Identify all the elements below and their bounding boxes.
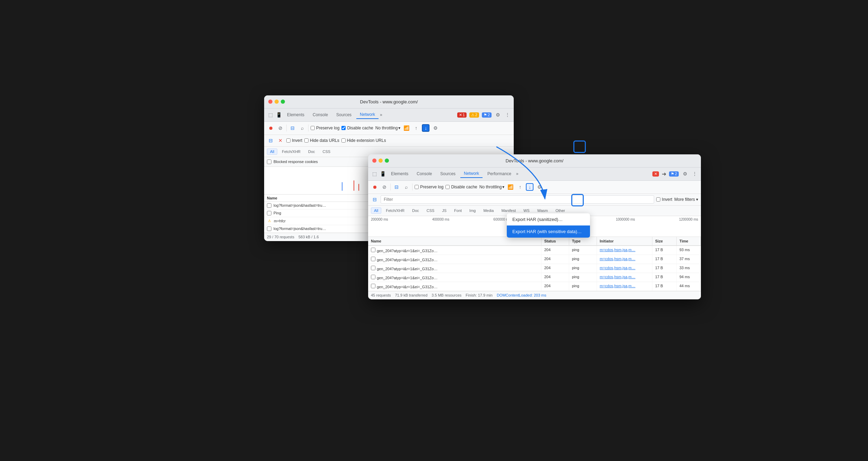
invert-checkbox-back[interactable] — [286, 138, 290, 143]
filter-input-front[interactable] — [381, 195, 654, 204]
disable-cache-checkbox-front[interactable] — [445, 185, 450, 189]
download-button-front[interactable]: ↓ — [526, 183, 533, 191]
search-button-front[interactable]: ⌕ — [402, 183, 410, 191]
item-2-checkbox[interactable] — [267, 211, 271, 215]
wifi-icon-back[interactable]: 📶 — [402, 124, 410, 132]
filter-font-front[interactable]: Font — [451, 207, 465, 214]
table-row[interactable]: gen_204?atyp=i&r=1&ei=_G31Zo… 204 ping m… — [368, 282, 701, 291]
minimize-button[interactable] — [275, 100, 279, 104]
invert-label-front[interactable]: Invert — [656, 197, 672, 202]
item-4-checkbox[interactable] — [267, 227, 271, 231]
tabs-more-back[interactable]: » — [380, 112, 382, 117]
search-button-back[interactable]: ⌕ — [298, 124, 306, 132]
export-sanitized-item[interactable]: Export HAR (sanitized)… — [507, 213, 590, 225]
disable-cache-label-back[interactable]: Disable cache — [341, 126, 373, 130]
filter-all-back[interactable]: All — [267, 148, 277, 155]
clear-filter-back[interactable]: ✕ — [277, 137, 284, 144]
table-row[interactable]: gen_204?atyp=i&r=1&ei=_G31Zo… 204 ping m… — [368, 264, 701, 273]
settings-icon-back[interactable]: ⚙ — [494, 111, 501, 118]
upload-icon-front[interactable]: ↑ — [516, 183, 524, 191]
wifi-icon-front[interactable]: 📶 — [506, 183, 514, 191]
tab-elements-back[interactable]: Elements — [284, 111, 308, 119]
filter-button-front[interactable]: ⊟ — [393, 183, 400, 191]
filter-css-front[interactable]: CSS — [424, 207, 438, 214]
clear-button-back[interactable]: ⊘ — [277, 124, 284, 132]
cell-initiator-1[interactable]: m=cdos,hsm,jsa,m… — [597, 246, 652, 255]
cell-initiator-4[interactable]: m=cdos,hsm,jsa,m… — [597, 273, 652, 282]
tab-elements-front[interactable]: Elements — [388, 170, 412, 178]
tab-console-back[interactable]: Console — [309, 111, 331, 119]
inspect-icon[interactable]: ⬚ — [267, 111, 274, 118]
row-checkbox-4[interactable] — [371, 275, 375, 279]
filter-xhr-front[interactable]: Fetch/XHR — [383, 207, 408, 214]
device-icon-front[interactable]: 📱 — [379, 170, 386, 177]
table-row[interactable]: gen_204?atyp=i&r=1&ei=_G31Zo… 204 ping m… — [368, 246, 701, 255]
clear-button-front[interactable]: ⊘ — [381, 183, 388, 191]
table-row[interactable]: gen_204?atyp=i&r=1&ei=_G31Zo… 204 ping m… — [368, 273, 701, 282]
disable-cache-checkbox-back[interactable] — [341, 126, 346, 130]
row-checkbox-3[interactable] — [371, 266, 375, 270]
preserve-log-checkbox-back[interactable] — [311, 126, 315, 130]
network-settings-back[interactable]: ⚙ — [432, 124, 439, 132]
minimize-button-front[interactable] — [379, 159, 383, 163]
tab-sources-back[interactable]: Sources — [333, 111, 355, 119]
filter-button-back[interactable]: ⊟ — [289, 124, 296, 132]
hide-data-urls-checkbox-back[interactable] — [304, 138, 309, 143]
device-icon[interactable]: 📱 — [275, 111, 282, 118]
close-button[interactable] — [268, 100, 272, 104]
preserve-log-label-back[interactable]: Preserve log — [311, 126, 339, 130]
filter-ws-front[interactable]: WS — [520, 207, 533, 214]
invert-label-back[interactable]: Invert — [286, 138, 302, 143]
tab-sources-front[interactable]: Sources — [437, 170, 459, 178]
filter-icon-back[interactable]: ⊟ — [267, 137, 275, 144]
filter-xhr-back[interactable]: Fetch/XHR — [279, 148, 304, 155]
cell-initiator-5[interactable]: m=cdos,hsm,jsa,m… — [597, 282, 652, 291]
export-sensitive-item[interactable]: Export HAR (with sensitive data)… — [507, 225, 590, 238]
maximize-button-front[interactable] — [385, 159, 389, 163]
network-settings-front[interactable]: ⚙ — [536, 183, 543, 191]
row-checkbox-1[interactable] — [371, 248, 375, 252]
more-icon-back[interactable]: ⋮ — [504, 111, 511, 118]
tab-network-front[interactable]: Network — [460, 170, 483, 178]
row-checkbox-2[interactable] — [371, 257, 375, 261]
preserve-log-label-front[interactable]: Preserve log — [415, 185, 443, 189]
filter-manifest-front[interactable]: Manifest — [498, 207, 519, 214]
download-button-back[interactable]: ↓ — [422, 124, 429, 132]
tab-console-front[interactable]: Console — [413, 170, 435, 178]
table-row[interactable]: gen_204?atyp=i&r=1&ei=_G31Zo… 204 ping m… — [368, 255, 701, 264]
tab-performance-front[interactable]: Performance — [484, 170, 515, 178]
filter-doc-back[interactable]: Doc — [305, 148, 318, 155]
inspect-icon-front[interactable]: ⬚ — [371, 170, 378, 177]
record-button-back[interactable]: ⏺ — [267, 124, 275, 132]
tabs-more-front[interactable]: » — [516, 171, 519, 176]
tab-network-back[interactable]: Network — [356, 111, 379, 119]
invert-checkbox-front[interactable] — [656, 197, 660, 202]
close-button-front[interactable] — [372, 159, 376, 163]
filter-all-front[interactable]: All — [371, 207, 381, 214]
hide-extension-urls-checkbox-back[interactable] — [341, 138, 346, 143]
filter-other-front[interactable]: Other — [552, 207, 568, 214]
more-filters-button[interactable]: More filters ▾ — [674, 197, 698, 202]
filter-css-back[interactable]: CSS — [320, 148, 334, 155]
filter-js-front[interactable]: JS — [439, 207, 450, 214]
disable-cache-label-front[interactable]: Disable cache — [445, 185, 477, 189]
row-checkbox-5[interactable] — [371, 284, 375, 288]
throttle-select-front[interactable]: No throttling ▾ — [479, 185, 505, 189]
item-1-checkbox[interactable] — [267, 203, 271, 208]
record-button-front[interactable]: ⏺ — [371, 183, 379, 191]
cell-initiator-3[interactable]: m=cdos,hsm,jsa,m… — [597, 264, 652, 273]
hide-extension-urls-label-back[interactable]: Hide extension URLs — [341, 138, 386, 143]
throttle-select-back[interactable]: No throttling ▾ — [375, 126, 401, 130]
upload-icon-back[interactable]: ↑ — [412, 124, 420, 132]
preserve-log-checkbox-front[interactable] — [415, 185, 419, 189]
settings-icon-front[interactable]: ⚙ — [682, 170, 688, 177]
maximize-button[interactable] — [281, 100, 285, 104]
blocked-checkbox-back[interactable] — [267, 160, 271, 164]
cell-initiator-2[interactable]: m=cdos,hsm,jsa,m… — [597, 255, 652, 264]
filter-wasm-front[interactable]: Wasm — [534, 207, 551, 214]
more-icon-front[interactable]: ⋮ — [691, 170, 698, 177]
filter-img-front[interactable]: Img — [466, 207, 479, 214]
filter-doc-front[interactable]: Doc — [409, 207, 422, 214]
hide-data-urls-label-back[interactable]: Hide data URLs — [304, 138, 339, 143]
filter-media-front[interactable]: Media — [480, 207, 497, 214]
